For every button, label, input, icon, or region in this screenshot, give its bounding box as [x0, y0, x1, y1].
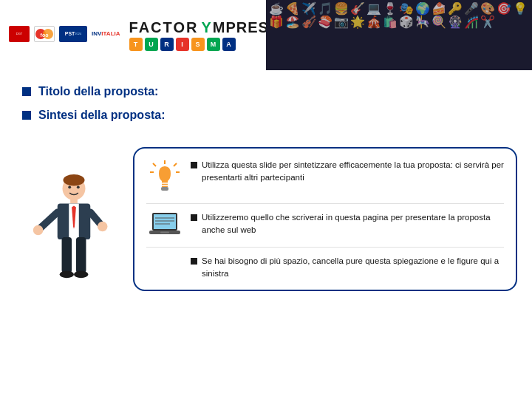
tbox-S: S — [191, 38, 205, 51]
direzione-logo: DGT — [9, 26, 30, 42]
tbox-M: M — [207, 38, 220, 51]
info-bullet-text-3: Se hai bisogno di più spazio, cancella p… — [202, 255, 504, 279]
doodle-background: ☕ 🍕 ✈️ 🎵 🍔 🎸 💻 🍷 🎭 🌍 🍰 🔑 🎤 🎨 🎯 💡 🎁 🏖️ 🎻 — [266, 0, 532, 70]
info-text-3: Se hai bisogno di più spazio, cancella p… — [191, 255, 504, 279]
svg-text:foo: foo — [41, 33, 49, 38]
header-left: DGT foo PST2024 INVITALIA FAcTOR Y MPRES… — [0, 0, 266, 70]
doodle-icon: 🔑 — [448, 3, 463, 15]
tbox-A: A — [222, 38, 236, 51]
doodle-icon: 🍭 — [432, 16, 446, 28]
svg-point-16 — [74, 271, 88, 279]
svg-rect-5 — [70, 198, 78, 204]
divider-1 — [146, 203, 504, 204]
logos-row: DGT foo PST2024 INVITALIA — [9, 26, 120, 42]
info-row-3: Se hai bisogno di più spazio, cancella p… — [146, 255, 504, 279]
doodle-icon: 🎢 — [464, 16, 479, 28]
info-box: Utilizza questa slide per sintetizzare e… — [133, 147, 517, 291]
bullet-sq-3 — [191, 258, 197, 265]
laptop-icon — [148, 211, 182, 239]
svg-point-10 — [33, 225, 43, 236]
doodle-icon: 💡 — [513, 3, 528, 15]
doodle-icon: 🍷 — [383, 3, 398, 15]
doodle-icon: 🎤 — [464, 3, 479, 15]
doodle-icon: ☕ — [269, 3, 284, 15]
doodle-icon: ✂️ — [480, 16, 495, 28]
svg-rect-28 — [154, 214, 176, 229]
svg-rect-14 — [76, 237, 86, 273]
svg-point-12 — [98, 222, 108, 232]
doodle-icon: 🎭 — [399, 3, 414, 15]
doodle-icon: 📷 — [334, 16, 349, 28]
doodle-icon: 🌍 — [415, 3, 430, 15]
doodle-icon: 🍣 — [318, 16, 332, 28]
doodle-icon: 🏖️ — [285, 16, 300, 28]
doodle-icon: 🌟 — [350, 16, 365, 28]
tbox-U: U — [145, 38, 158, 51]
doodle-icon: 🎠 — [415, 16, 430, 28]
svg-point-17 — [68, 186, 71, 189]
no-icon-area — [146, 255, 183, 262]
doodle-icon: 🎸 — [350, 3, 365, 15]
svg-line-20 — [174, 163, 177, 166]
titolo-label: Titolo della proposta: — [38, 85, 158, 98]
doodle-icon: 🍔 — [334, 3, 349, 15]
svg-line-22 — [153, 163, 156, 166]
divider-2 — [146, 247, 504, 248]
foo-logo: foo — [34, 26, 55, 42]
info-row-2: Utilizzeremo quello che scriverai in que… — [146, 211, 504, 239]
invitalia-logo: INVITALIA — [92, 30, 120, 37]
doodle-icon: 💻 — [366, 3, 381, 15]
bullet-square-sintesi — [22, 111, 31, 120]
doodle-icon: 🎡 — [448, 16, 463, 28]
doodle-icon: 🎻 — [301, 16, 316, 28]
doodle-icon: 🎵 — [318, 3, 332, 15]
info-bullet-text-1: Utilizza questa slide per sintetizzare e… — [202, 159, 504, 183]
factor-bottom-row: T U R I S M A — [129, 38, 281, 51]
tbox-R: R — [160, 38, 174, 51]
info-text-2: Utilizzeremo quello che scriverai in que… — [191, 211, 504, 236]
bullet-sq-2 — [191, 214, 197, 221]
bullet-sintesi: Sintesi della proposta: — [22, 109, 510, 122]
bottom-section: Utilizza questa slide per sintetizzare e… — [0, 147, 532, 291]
tbox-I: I — [176, 38, 189, 51]
doodle-icon: 🎪 — [366, 16, 381, 28]
factor-text: FAcTOR — [129, 19, 199, 36]
doodle-icon: 🎲 — [399, 16, 414, 28]
info-bullet-2: Utilizzeremo quello che scriverai in que… — [191, 211, 504, 236]
bullet-titolo: Titolo della proposta: — [22, 85, 510, 98]
svg-point-15 — [60, 271, 74, 279]
doodle-icon: 🎁 — [269, 16, 284, 28]
laptop-icon-area — [146, 211, 183, 239]
factor-top-row: FAcTOR Y MPRESA — [129, 19, 281, 36]
bullet-sq-1 — [191, 162, 197, 168]
main-content: Titolo della proposta: Sintesi della pro… — [0, 70, 532, 140]
doodle-icon: 🎨 — [480, 3, 495, 15]
tbox-T: T — [129, 38, 143, 51]
header-right: ☕ 🍕 ✈️ 🎵 🍔 🎸 💻 🍷 🎭 🌍 🍰 🔑 🎤 🎨 🎯 💡 🎁 🏖️ 🎻 — [266, 0, 532, 70]
bullet-square-titolo — [22, 87, 31, 96]
doodle-icon: 🛍️ — [383, 16, 398, 28]
lightbulb-icon — [149, 159, 181, 196]
factor-y: Y — [201, 19, 211, 36]
character-area — [15, 147, 133, 291]
character-illustration — [33, 173, 115, 284]
info-row-1: Utilizza questa slide per sintetizzare e… — [146, 159, 504, 196]
doodle-icon: 🍕 — [285, 3, 300, 15]
svg-point-4 — [63, 174, 84, 185]
svg-rect-33 — [160, 232, 169, 233]
pst-logo: PST2024 — [59, 26, 87, 42]
doodle-overlay: ☕ 🍕 ✈️ 🎵 🍔 🎸 💻 🍷 🎭 🌍 🍰 🔑 🎤 🎨 🎯 💡 🎁 🏖️ 🎻 — [266, 0, 532, 70]
svg-point-18 — [77, 186, 80, 189]
info-bullet-3: Se hai bisogno di più spazio, cancella p… — [191, 255, 504, 279]
svg-rect-26 — [161, 187, 168, 191]
doodle-icon: 🎯 — [497, 3, 511, 15]
info-bullet-1: Utilizza questa slide per sintetizzare e… — [191, 159, 504, 183]
doodle-icon: ✈️ — [301, 3, 316, 15]
doodle-icon: 🍰 — [432, 3, 446, 15]
factor-logo: FAcTOR Y MPRESA T U R I S M A — [129, 19, 281, 51]
header: DGT foo PST2024 INVITALIA FAcTOR Y MPRES… — [0, 0, 532, 70]
icon-placeholder — [149, 255, 181, 262]
info-text-1: Utilizza questa slide per sintetizzare e… — [191, 159, 504, 183]
lightbulb-icon-area — [146, 159, 183, 196]
svg-rect-13 — [62, 237, 72, 273]
